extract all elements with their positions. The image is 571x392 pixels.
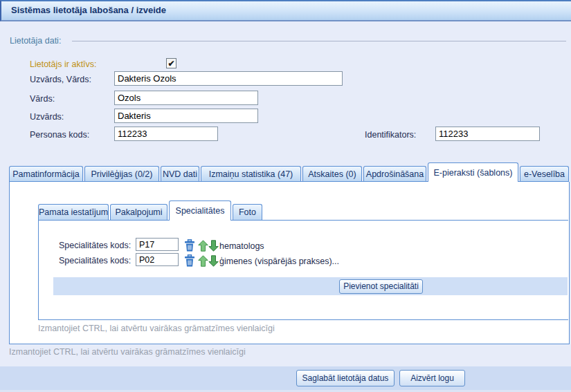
- user-data-legend: Lietotāja dati:: [10, 36, 61, 46]
- specialty-code-input[interactable]: [136, 253, 179, 266]
- active-checkbox[interactable]: ✔: [166, 58, 176, 68]
- specialty-name: hematologs: [219, 241, 264, 251]
- checkmark-icon: ✔: [167, 59, 174, 68]
- identifier-input[interactable]: [435, 127, 540, 141]
- first-name-label: Vārds:: [30, 94, 55, 104]
- tab-izmainu-statistika[interactable]: Izmaiņu statistika (47): [201, 166, 301, 181]
- trash-icon[interactable]: [184, 254, 195, 267]
- trash-icon[interactable]: [184, 239, 195, 252]
- page-title: Sistēmas lietotāja labošana / izveide: [11, 5, 166, 15]
- save-user-button[interactable]: Saglabāt lietotāja datus: [296, 370, 395, 386]
- full-name-input[interactable]: [114, 71, 343, 86]
- person-code-input[interactable]: [114, 127, 218, 141]
- last-name-input[interactable]: [114, 109, 258, 123]
- sub-panel-left-border: [38, 221, 39, 319]
- close-window-button[interactable]: Aizvērt logu: [399, 370, 465, 386]
- specialty-name: ģimenes (vispārējās prakses)...: [219, 256, 339, 266]
- full-name-label: Uzvārds, Vārds:: [30, 75, 91, 84]
- sub-panel-bottom-border: [38, 319, 568, 320]
- legend-divider: [72, 41, 566, 41]
- arrow-up-icon[interactable]: [198, 255, 209, 268]
- first-name-input[interactable]: [114, 91, 258, 105]
- specialty-code-label: Specialitātes kods:: [59, 256, 131, 265]
- tab-atskaites[interactable]: Atskaites (0): [302, 166, 362, 181]
- tab-pamatinformacija[interactable]: Pamatinformācija: [9, 166, 83, 181]
- window-title-bar: Sistēmas lietotāja labošana / izveide: [0, 0, 571, 21]
- tab-apdrosinasana[interactable]: Apdrošināšana: [363, 166, 426, 181]
- tab-nvd-dati[interactable]: NVD dati: [161, 166, 199, 181]
- footer-bar: [0, 366, 571, 392]
- tab-privilegijas[interactable]: Privilēģijas (0/2): [84, 166, 159, 181]
- tab-e-pieraksti-sablons[interactable]: E-pieraksti (šablons): [428, 162, 518, 182]
- arrow-up-icon[interactable]: [198, 240, 209, 252]
- sub-tabstrip-underline: [38, 220, 568, 221]
- arrow-down-icon[interactable]: [208, 255, 219, 268]
- subtab-pamata-iestatijumi[interactable]: Pamata iestatījumi: [38, 204, 109, 220]
- identifier-label: Identifikators:: [365, 130, 416, 140]
- add-specialty-bar: [53, 277, 568, 295]
- ctrl-hint-main: Izmantojiet CTRL, lai atvērtu vairākas g…: [9, 347, 246, 357]
- person-code-label: Personas kods:: [30, 130, 89, 140]
- specialty-code-input[interactable]: [136, 238, 179, 251]
- specialty-code-label: Specialitātes kods:: [59, 241, 131, 250]
- tab-e-veseliba[interactable]: e-Veselība: [520, 166, 569, 181]
- add-specialty-button[interactable]: Pievienot specialitāti: [339, 279, 423, 294]
- subtab-specialitates[interactable]: Specialitātes: [169, 200, 231, 221]
- subtab-pakalpojumi[interactable]: Pakalpojumi: [110, 204, 167, 220]
- arrow-down-icon[interactable]: [208, 240, 219, 252]
- subtab-foto[interactable]: Foto: [233, 204, 262, 220]
- active-label: Lietotājs ir aktīvs:: [30, 59, 97, 69]
- last-name-label: Uzvārds:: [30, 112, 64, 122]
- ctrl-hint-sub: Izmantojiet CTRL, lai atvērtu vairākas g…: [38, 324, 275, 333]
- user-edit-window: Sistēmas lietotāja labošana / izveide Li…: [0, 0, 571, 392]
